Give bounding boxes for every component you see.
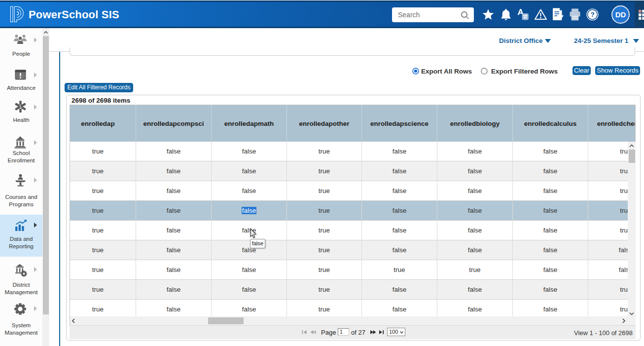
svg-text:?: ? (590, 11, 594, 18)
